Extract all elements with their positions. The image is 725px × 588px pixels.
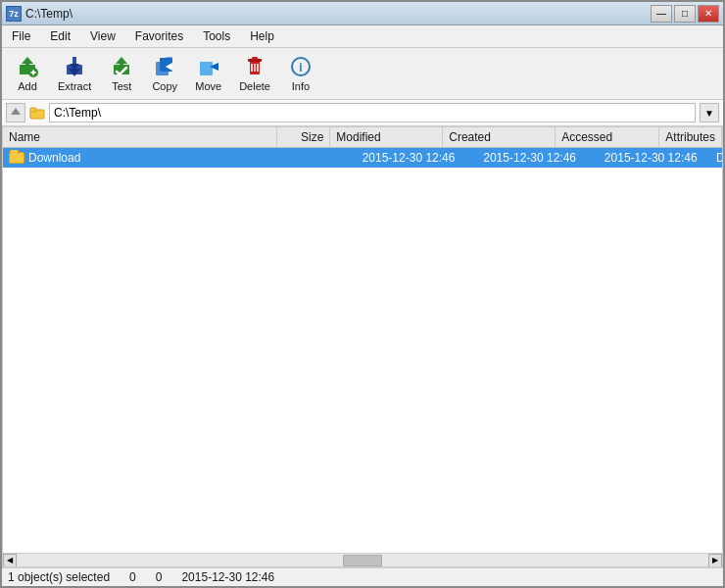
table-row[interactable]: Download 2015-12-30 12:46 2015-12-30 12:…	[3, 148, 722, 168]
horizontal-scrollbar[interactable]: ◀ ▶	[3, 553, 722, 566]
file-attr-cell: D	[710, 150, 722, 166]
window-title: C:\Temp\	[25, 7, 72, 21]
column-headers: Name Size Modified Created Accessed Attr…	[3, 127, 722, 148]
col-header-name[interactable]: Name	[3, 127, 277, 147]
col-header-created[interactable]: Created	[443, 127, 556, 147]
svg-text:i: i	[299, 61, 302, 74]
add-button[interactable]: Add	[8, 52, 47, 95]
title-buttons: — □ ✕	[651, 5, 719, 23]
col-header-attributes[interactable]: Attributes	[659, 127, 722, 147]
file-modified-cell: 2015-12-30 12:46	[357, 150, 478, 166]
address-bar: ▼	[2, 100, 723, 126]
status-selection: 1 object(s) selected	[8, 570, 110, 584]
move-icon	[197, 55, 220, 78]
file-size-cell	[300, 157, 356, 159]
info-icon: i	[289, 55, 313, 78]
menu-edit[interactable]: Edit	[44, 27, 76, 45]
menu-file[interactable]: File	[6, 27, 36, 45]
menu-tools[interactable]: Tools	[197, 27, 236, 45]
address-folder-icon	[29, 105, 45, 121]
scroll-left-button[interactable]: ◀	[3, 554, 17, 567]
maximize-button[interactable]: □	[674, 5, 696, 23]
test-icon	[110, 55, 133, 78]
toolbar: Add Extract	[2, 48, 723, 100]
delete-button[interactable]: Delete	[232, 52, 277, 95]
folder-icon	[9, 152, 24, 164]
nav-up-button[interactable]	[6, 103, 25, 122]
svg-rect-8	[31, 72, 36, 74]
file-name-cell: Download	[3, 150, 300, 166]
file-list-container: Name Size Modified Created Accessed Attr…	[2, 126, 723, 567]
info-button[interactable]: i Info	[281, 52, 320, 95]
svg-rect-20	[200, 62, 213, 75]
col-header-size[interactable]: Size	[277, 127, 330, 147]
scroll-thumb[interactable]	[343, 555, 382, 566]
test-label: Test	[112, 80, 131, 92]
info-label: Info	[292, 80, 310, 92]
main-window: 7z C:\Temp\ — □ ✕ File Edit View Favorit…	[0, 0, 725, 588]
test-button[interactable]: Test	[102, 52, 141, 95]
address-input[interactable]	[49, 103, 696, 122]
svg-rect-33	[30, 108, 36, 112]
app-icon: 7z	[6, 6, 22, 22]
menu-view[interactable]: View	[84, 27, 121, 45]
minimize-button[interactable]: —	[651, 5, 672, 23]
extract-icon	[63, 55, 86, 78]
add-label: Add	[18, 80, 37, 92]
close-button[interactable]: ✕	[698, 5, 719, 23]
svg-rect-2	[25, 59, 29, 67]
status-modified: 2015-12-30 12:46	[181, 570, 274, 584]
file-created-cell: 2015-12-30 12:46	[477, 150, 599, 166]
col-header-modified[interactable]: Modified	[330, 127, 443, 147]
add-icon	[16, 55, 39, 78]
delete-label: Delete	[239, 80, 270, 92]
file-accessed-cell: 2015-12-30 12:46	[599, 150, 710, 166]
svg-rect-25	[252, 57, 258, 60]
scroll-track[interactable]	[17, 554, 708, 567]
menu-favorites[interactable]: Favorites	[129, 27, 189, 45]
file-name-label: Download	[28, 151, 80, 165]
move-label: Move	[195, 80, 221, 92]
delete-icon	[243, 55, 266, 78]
file-list-scroll[interactable]: Download 2015-12-30 12:46 2015-12-30 12:…	[3, 148, 722, 553]
status-bar: 1 object(s) selected 0 0 2015-12-30 12:4…	[2, 567, 723, 586]
menu-bar: File Edit View Favorites Tools Help	[2, 25, 723, 48]
extract-button[interactable]: Extract	[51, 52, 98, 95]
move-button[interactable]: Move	[188, 52, 228, 95]
copy-button[interactable]: Copy	[145, 52, 184, 95]
title-bar-left: 7z C:\Temp\	[6, 6, 72, 22]
copy-icon	[153, 55, 176, 78]
col-header-accessed[interactable]: Accessed	[556, 127, 659, 147]
title-bar: 7z C:\Temp\ — □ ✕	[2, 2, 723, 25]
scroll-right-button[interactable]: ▶	[708, 554, 722, 567]
status-size: 0	[129, 570, 136, 584]
status-compressed: 0	[156, 570, 163, 584]
svg-rect-15	[120, 59, 123, 67]
address-dropdown-button[interactable]: ▼	[700, 103, 719, 122]
copy-label: Copy	[152, 80, 177, 92]
svg-marker-31	[11, 108, 21, 115]
extract-label: Extract	[58, 80, 91, 92]
menu-help[interactable]: Help	[244, 27, 280, 45]
